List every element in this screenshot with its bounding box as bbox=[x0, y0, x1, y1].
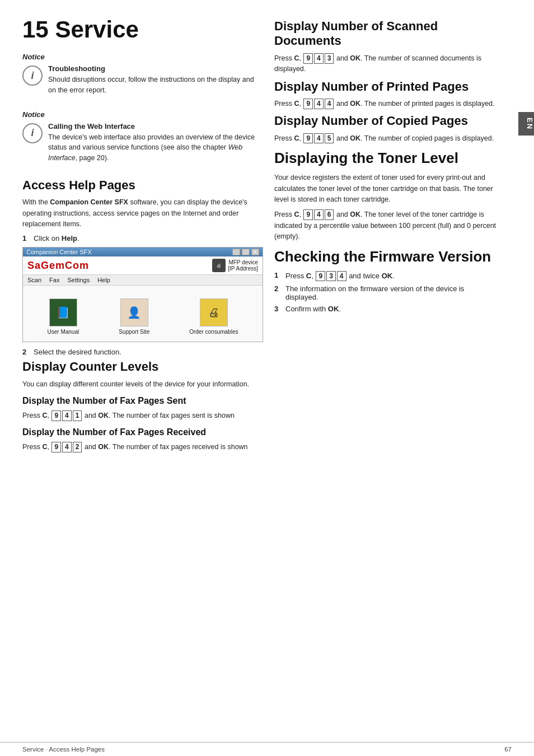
mfp-sublabel: [IP Address] bbox=[228, 265, 258, 272]
step-2-num: 2 bbox=[22, 348, 30, 356]
scanned-docs-text: Press C, 943 and OK. The number of scann… bbox=[274, 53, 498, 75]
app-icon-user-manual[interactable]: 📘 User Manual bbox=[47, 298, 79, 335]
key-4-scan: 4 bbox=[314, 53, 324, 64]
notice-text-2: The device's web interface also provides… bbox=[48, 132, 263, 164]
notice-block-2: i Calling the Web Interface The device's… bbox=[22, 122, 263, 168]
notice-content-2: Calling the Web Interface The device's w… bbox=[48, 122, 263, 168]
printed-pages-title: Display Number of Printed Pages bbox=[274, 80, 498, 94]
en-tab: EN bbox=[518, 112, 534, 136]
firmware-step-2-num: 2 bbox=[274, 284, 282, 301]
chapter-name-text: Service bbox=[55, 16, 138, 43]
minimize-button[interactable]: _ bbox=[232, 249, 240, 255]
access-help-steps: 1 Click on Help. bbox=[22, 234, 263, 242]
key-9-copy: 9 bbox=[303, 133, 313, 144]
key-3-scan: 3 bbox=[325, 53, 334, 64]
key-2-rcv: 2 bbox=[73, 442, 82, 452]
key-5-copy: 5 bbox=[325, 133, 334, 144]
key-3-fw: 3 bbox=[326, 271, 336, 282]
screenshot-title: Companion Center SFX bbox=[26, 249, 92, 255]
firmware-step-2: 2 The information on the firmware versio… bbox=[274, 284, 498, 301]
mfp-label: MFP device bbox=[228, 259, 258, 265]
order-consumables-icon: 🖨 bbox=[200, 298, 228, 326]
menu-fax[interactable]: Fax bbox=[49, 277, 59, 283]
toner-level-intro: Your device registers the extent of tone… bbox=[274, 172, 498, 205]
notice-text-1: Should disruptions occur, follow the ins… bbox=[48, 74, 263, 96]
step-1-num: 1 bbox=[22, 234, 30, 242]
scanned-docs-title: Display Number of Scanned Documents bbox=[274, 19, 498, 49]
key-4-sent: 4 bbox=[62, 410, 72, 421]
firmware-step-1: 1 Press C, 934 and twice OK. bbox=[274, 271, 498, 282]
firmware-step-3-num: 3 bbox=[274, 305, 282, 313]
menu-settings[interactable]: Settings bbox=[67, 277, 90, 283]
footer-left: Service · Access Help Pages bbox=[22, 746, 105, 753]
copied-pages-title: Display Number of Copied Pages bbox=[274, 114, 498, 128]
firmware-step-3-text: Confirm with OK. bbox=[285, 305, 341, 313]
access-help-title: Access Help Pages bbox=[22, 178, 263, 193]
menu-help[interactable]: Help bbox=[97, 277, 110, 283]
maximize-button[interactable]: □ bbox=[242, 249, 250, 255]
key-9-sent: 9 bbox=[51, 410, 61, 421]
app-icon-order-consumables[interactable]: 🖨 Order consumables bbox=[189, 298, 238, 335]
firmware-step-1-num: 1 bbox=[274, 271, 282, 282]
step-2-text: Select the desired function. bbox=[34, 348, 121, 356]
toner-level-title: Displaying the Toner Level bbox=[274, 150, 498, 167]
notice-block-1: i Troubleshooting Should disruptions occ… bbox=[22, 64, 263, 100]
printed-pages-text: Press C, 944 and OK. The number of print… bbox=[274, 99, 498, 109]
key-4-copy: 4 bbox=[314, 133, 324, 144]
app-icon-support-site[interactable]: 👤 Support Site bbox=[119, 298, 149, 335]
notice-label-1: Notice bbox=[22, 53, 263, 61]
key-4-fw: 4 bbox=[337, 271, 346, 282]
key-1-sent: 1 bbox=[73, 410, 82, 421]
key-4-toner: 4 bbox=[314, 209, 324, 220]
footer-right: 67 bbox=[504, 746, 512, 753]
mfp-icon: 🖨 bbox=[212, 259, 226, 272]
firmware-step-3: 3 Confirm with OK. bbox=[274, 305, 498, 313]
chapter-number: 15 bbox=[22, 16, 49, 43]
mfp-device-info: 🖨 MFP device [IP Address] bbox=[212, 259, 258, 272]
key-4-print: 4 bbox=[314, 99, 324, 109]
right-column: Display Number of Scanned Documents Pres… bbox=[274, 17, 498, 739]
step-1-text: Click on Help. bbox=[34, 234, 79, 242]
support-site-icon: 👤 bbox=[120, 298, 148, 326]
step-2: 2 Select the desired function. bbox=[22, 348, 263, 356]
display-counter-title: Display Counter Levels bbox=[22, 360, 263, 374]
user-manual-label: User Manual bbox=[47, 329, 79, 335]
display-counter-intro: You can display different counter levels… bbox=[22, 379, 263, 390]
notice-content-1: Troubleshooting Should disruptions occur… bbox=[48, 64, 263, 100]
firmware-step-1-text: Press C, 934 and twice OK. bbox=[285, 271, 395, 282]
key-9-rcv: 9 bbox=[51, 442, 61, 452]
access-help-intro: With the Companion Center SFX software, … bbox=[22, 197, 263, 230]
toner-level-text: Press C, 946 and OK. The toner level of … bbox=[274, 209, 498, 242]
user-manual-icon: 📘 bbox=[49, 298, 77, 326]
key-4-print2: 4 bbox=[325, 99, 334, 109]
chapter-title: 15 Service bbox=[22, 17, 263, 43]
key-4-rcv: 4 bbox=[62, 442, 72, 452]
notice-label-2: Notice bbox=[22, 110, 263, 119]
support-site-label: Support Site bbox=[119, 329, 149, 335]
key-6-toner: 6 bbox=[325, 209, 334, 220]
firmware-steps: 1 Press C, 934 and twice OK. 2 The infor… bbox=[274, 271, 498, 314]
screenshot-body: 📘 User Manual 👤 Support Site 🖨 Order con… bbox=[23, 286, 263, 342]
order-consumables-label: Order consumables bbox=[189, 329, 238, 335]
key-9-scan: 9 bbox=[303, 53, 313, 64]
notice-icon-1: i bbox=[22, 66, 43, 86]
fax-received-title: Display the Number of Fax Pages Received bbox=[22, 427, 263, 438]
key-9-print: 9 bbox=[303, 99, 313, 109]
menu-scan[interactable]: Scan bbox=[27, 277, 41, 283]
firmware-title: Checking the Firmware Version bbox=[274, 248, 498, 265]
close-button[interactable]: ✕ bbox=[251, 249, 259, 255]
screenshot-menu[interactable]: Scan Fax Settings Help bbox=[23, 275, 263, 286]
key-9-fw: 9 bbox=[316, 271, 325, 282]
footer: Service · Access Help Pages 67 bbox=[0, 742, 534, 756]
fax-sent-title: Display the Number of Fax Pages Sent bbox=[22, 395, 263, 407]
screenshot-header: SaGemCom 🖨 MFP device [IP Address] bbox=[23, 256, 263, 275]
step-1: 1 Click on Help. bbox=[22, 234, 263, 242]
window-controls[interactable]: _ □ ✕ bbox=[232, 249, 259, 255]
screenshot: Companion Center SFX _ □ ✕ SaGemCom 🖨 MF… bbox=[22, 247, 263, 342]
screenshot-titlebar: Companion Center SFX _ □ ✕ bbox=[23, 248, 263, 256]
key-9-toner: 9 bbox=[303, 209, 313, 220]
copied-pages-text: Press C, 945 and OK. The number of copie… bbox=[274, 133, 498, 144]
left-column: 15 Service Notice i Troubleshooting Shou… bbox=[22, 17, 263, 739]
notice-heading-2: Calling the Web Interface bbox=[48, 122, 263, 130]
fax-received-text: Press C, 942 and OK. The number of fax p… bbox=[22, 442, 263, 452]
